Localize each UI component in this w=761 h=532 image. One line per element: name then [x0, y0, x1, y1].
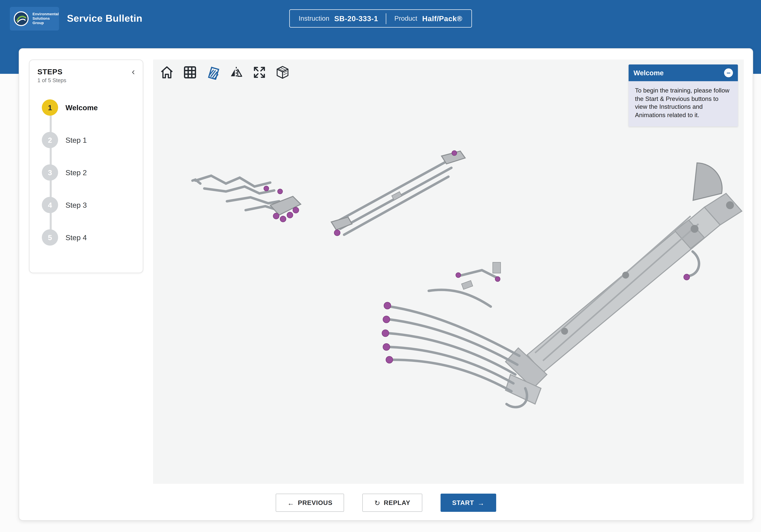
step-item-welcome[interactable]: 1 Welcome — [37, 91, 136, 124]
fullscreen-icon[interactable] — [252, 65, 267, 80]
product-label: Product — [394, 15, 417, 22]
step-number-badge: 1 — [42, 99, 58, 115]
step-item-2[interactable]: 3 Step 2 — [37, 156, 136, 189]
mirror-icon[interactable] — [228, 65, 244, 80]
step-item-4[interactable]: 5 Step 4 — [37, 221, 136, 254]
page-title: Service Bulletin — [67, 13, 143, 24]
welcome-info-panel: Welcome − To begin the training, please … — [629, 65, 738, 127]
info-panel-title: Welcome — [633, 69, 664, 77]
grid-icon[interactable] — [182, 65, 198, 80]
navigation-buttons: ← PREVIOUS ↻ REPLAY START → — [19, 494, 753, 512]
start-button-label: START — [452, 499, 474, 506]
esg-logo-icon — [13, 11, 29, 27]
previous-button-label: PREVIOUS — [298, 499, 332, 506]
replay-icon: ↻ — [374, 500, 380, 506]
product-value: Half/Pack® — [422, 14, 462, 23]
steps-panel-title: STEPS — [37, 67, 136, 76]
header-row: Environmental Solutions Group Service Bu… — [0, 0, 761, 37]
minimize-icon[interactable]: − — [724, 68, 733, 77]
step-number-badge: 3 — [42, 164, 58, 180]
instruction-product-box: Instruction SB-20-333-1 Product Half/Pac… — [289, 9, 472, 28]
company-logo[interactable]: Environmental Solutions Group — [10, 7, 59, 30]
arrow-right-icon: → — [478, 500, 485, 506]
step-label: Step 2 — [66, 168, 87, 177]
steps-progress-text: 1 of 5 Steps — [37, 77, 136, 83]
collapse-panel-icon[interactable]: ‹ — [132, 67, 135, 76]
steps-panel: STEPS 1 of 5 Steps ‹ 1 Welcome 2 Step 1 … — [29, 60, 143, 273]
instruction-label: Instruction — [299, 15, 329, 22]
main-card: STEPS 1 of 5 Steps ‹ 1 Welcome 2 Step 1 … — [19, 48, 753, 521]
instruction-value: SB-20-333-1 — [334, 14, 378, 23]
replay-button-label: REPLAY — [384, 499, 410, 506]
step-item-3[interactable]: 4 Step 3 — [37, 189, 136, 221]
step-item-1[interactable]: 2 Step 1 — [37, 124, 136, 156]
model-viewer[interactable]: Welcome − To begin the training, please … — [153, 60, 744, 484]
step-label: Step 3 — [66, 201, 87, 209]
section-hatch-icon[interactable] — [205, 65, 221, 80]
cube-icon[interactable] — [275, 65, 290, 80]
app-root: Environmental Solutions Group Service Bu… — [0, 0, 761, 532]
step-number-badge: 2 — [42, 132, 58, 148]
home-icon[interactable] — [159, 65, 175, 80]
viewer-toolbar — [159, 65, 290, 80]
step-list: 1 Welcome 2 Step 1 3 Step 2 4 Step 3 5 — [37, 91, 136, 254]
logo-text: Environmental Solutions Group — [32, 12, 59, 25]
info-panel-header[interactable]: Welcome − — [629, 65, 738, 81]
start-button[interactable]: START → — [440, 494, 496, 512]
previous-button[interactable]: ← PREVIOUS — [275, 494, 344, 512]
step-number-badge: 5 — [42, 229, 58, 245]
step-label: Step 4 — [66, 233, 87, 242]
replay-button[interactable]: ↻ REPLAY — [363, 494, 422, 512]
info-panel-body: To begin the training, please follow the… — [629, 81, 738, 127]
step-number-badge: 4 — [42, 197, 58, 213]
divider — [386, 13, 386, 24]
arrow-left-icon: ← — [287, 500, 294, 506]
step-label: Step 1 — [66, 136, 87, 144]
step-label: Welcome — [66, 103, 98, 112]
